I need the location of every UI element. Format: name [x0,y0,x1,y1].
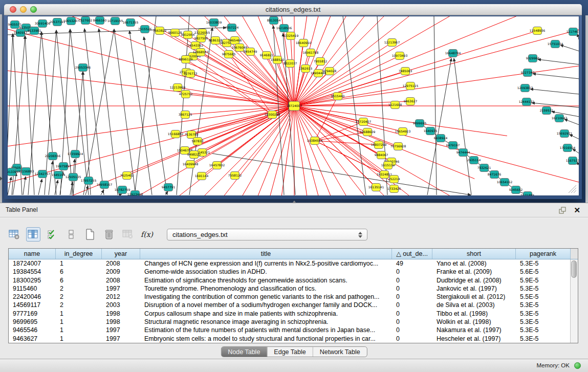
graph-edge-red [8,106,294,195]
column-header-short[interactable]: short [432,249,516,259]
graph-node-label: 1615112 [381,163,395,167]
graph-edge-red [8,106,294,195]
column-header-title[interactable]: title [140,249,392,259]
table-row[interactable]: 969969511998Structural magnetic resonanc… [9,318,578,326]
table-cell: Stergiakouli et al. (2012) [432,293,516,301]
table-cell: 9699695 [9,318,56,326]
graph-node-label: 16409948 [183,162,199,166]
column-header-out-de-[interactable]: △ out_de... [392,249,432,259]
graph-node-label: 16033809 [206,20,222,24]
graph-node-label: 6479197 [446,143,460,147]
table-header-row: namein_degreeyeartitle△ out_de...shortpa… [9,249,578,259]
table-cell: 9777169 [9,310,56,318]
memory-status-indicator[interactable] [574,362,581,369]
graph-node-label: 29676048 [232,46,248,49]
graph-edge-black [533,74,579,79]
graph-node-label: 8912954 [181,33,195,36]
table-body: 1872400712008Changes of HCN gene express… [9,259,578,343]
table-cell: 0 [392,335,432,343]
graph-node-label: 19384554 [307,139,323,142]
graph-edge-black [8,177,11,195]
table-cell: Hescheler et al. (1997) [432,335,516,343]
graph-node-label: 1167533 [566,159,579,162]
table-cell: 1 [56,326,102,334]
graph-node-label: 7857224 [225,26,239,29]
column-header-pagerank[interactable]: pagerank [516,249,571,259]
graph-node-label: 17016504 [560,146,576,149]
table-row[interactable]: 1938455462009Genome-wide association stu… [9,268,578,276]
select-mode-icon[interactable] [45,227,59,242]
delete-column-icon[interactable] [102,227,116,242]
resize-grip[interactable] [571,188,576,193]
table-cell: Wolkin et al. (1998) [432,318,516,326]
tab-network-table[interactable]: Network Table [313,347,367,357]
network-canvas[interactable]: 9405571813505130691406205371911065328715… [7,16,579,196]
table-cell: 5.6E-5 [516,268,571,276]
graph-node-label: 16782759 [115,188,130,191]
table-row[interactable]: 946554611997Estimation of the future num… [9,326,578,334]
create-column-icon[interactable] [83,227,97,242]
graph-node-label: 9875685 [222,52,236,56]
table-cell: 1 [56,259,102,268]
table-cell: 1998 [102,318,140,326]
graph-edge-black [114,29,136,195]
left-panel-edge [0,14,2,203]
graph-node-label: 10973493 [392,54,408,57]
table-cell: Structural magnetic resonance image aver… [140,318,392,326]
table-row[interactable]: 911546021997Tourette syndrome. Phenomeno… [9,285,578,293]
graph-node-label: 7485063 [399,69,412,73]
table-row[interactable]: 2242004622012Investigating the contribut… [9,293,578,301]
table-cell: 2008 [102,259,140,268]
panel-collapse-handle[interactable] [0,177,3,181]
table-cell: 18724007 [9,259,56,268]
graph-node-label: 16648784 [445,51,461,55]
graph-node-label: 252214 [388,177,400,181]
column-visibility-icon[interactable] [26,227,40,242]
table-row[interactable]: 946362711997Embryonic stem cells: a mode… [9,335,578,343]
tab-edge-table[interactable]: Edge Table [267,347,312,357]
table-cell: 0 [392,293,432,301]
graph-node-label: 12444131 [519,100,535,103]
window-titlebar[interactable]: citations_edges.txt [4,4,582,15]
table-cell: Estimation of significance thresholds fo… [140,276,392,285]
graph-node-label: 16457832 [209,163,225,167]
graph-node-label: 7625402 [120,173,134,177]
table-options-icon[interactable] [7,227,21,242]
table-cell: 0 [392,268,432,276]
vertical-scrollbar[interactable] [570,259,578,343]
close-panel-icon[interactable]: ✕ [574,205,580,215]
graph-node-label: 15751074 [548,42,563,46]
graph-node-label: 9899695 [413,121,427,125]
graph-node-label: 12342757 [35,172,51,176]
table-cell: 2 [56,285,102,293]
table-cell: Disruption of a novel member of a sodium… [140,301,392,309]
function-builder-icon[interactable]: f(x) [140,227,154,242]
graph-node-label: 9515440 [331,94,345,98]
table-cell: 1997 [102,285,140,293]
graph-edge-red [8,29,294,106]
table-cell: Changes of HCN gene expression and I(f) … [140,259,392,268]
column-header-year[interactable]: year [102,249,140,259]
table-row[interactable]: 1872400712008Changes of HCN gene express… [9,259,578,268]
row-options-icon[interactable] [64,227,78,242]
resize-grip[interactable] [574,190,576,193]
table-row[interactable]: 977716911998Corpus callosum shape and si… [9,310,578,318]
table-selector-dropdown[interactable]: citations_edges.txt [167,229,367,240]
scrollbar-thumb[interactable] [571,260,577,278]
graph-node-label: 70756928 [390,144,406,148]
graph-node-label: 18807269 [371,143,387,146]
graph-node-label: 16543362 [188,43,204,47]
graph-node-label: 18724007 [287,104,302,107]
float-panel-icon[interactable] [559,207,567,214]
tab-node-table[interactable]: Node Table [221,347,267,357]
table-cell: 1998 [102,310,140,318]
graph-node-label: 9463627 [404,99,418,103]
table-row[interactable]: 1830029562008Estimation of significance … [9,276,578,285]
column-header-name[interactable]: name [9,249,56,259]
table-cell: 2 [56,293,102,301]
column-header-in-degree[interactable]: in_degree [56,249,102,259]
graph-node-label: 1691144 [195,174,209,178]
table-panel-header: Table Panel ✕ [0,203,588,217]
graph-node-label: 3913391 [8,170,19,173]
table-row[interactable]: 1456911722003Disruption of a novel membe… [9,301,578,309]
